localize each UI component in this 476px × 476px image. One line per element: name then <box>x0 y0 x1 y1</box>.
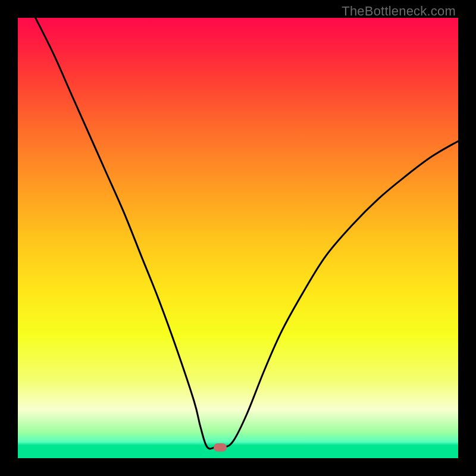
plot-area <box>18 18 458 458</box>
chart-frame: TheBottleneck.com <box>0 0 476 476</box>
watermark-text: TheBottleneck.com <box>342 4 456 19</box>
optimum-marker <box>214 443 227 452</box>
bottleneck-curve <box>18 18 458 458</box>
